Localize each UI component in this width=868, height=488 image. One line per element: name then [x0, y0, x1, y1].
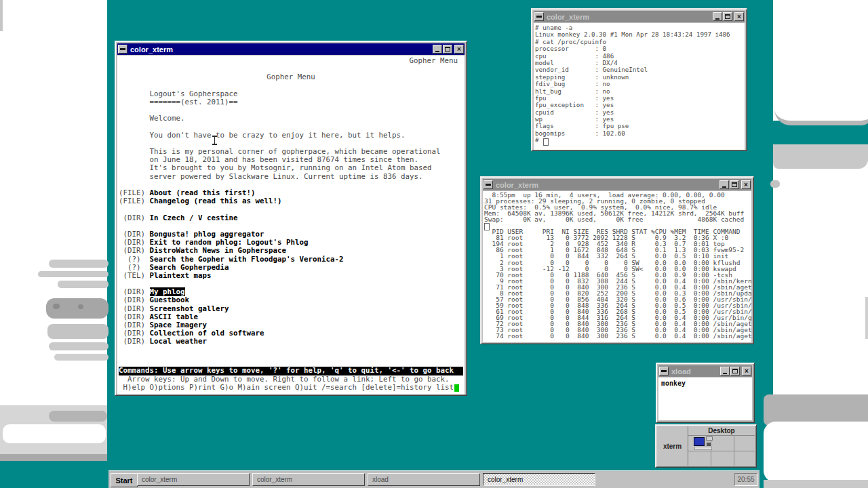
- item-type-label: (DIR): [119, 312, 150, 321]
- cpuinfo-window-titlebar[interactable]: color_xterm ×: [534, 11, 745, 22]
- gopher-text-line: [119, 82, 463, 90]
- taskbar-task-color_xterm-3[interactable]: color_xterm: [483, 473, 595, 486]
- menu-link[interactable]: Local weather: [150, 337, 208, 346]
- terminal-cursor: [484, 223, 490, 230]
- window-menu-button[interactable]: [534, 12, 544, 21]
- start-button[interactable]: Start: [111, 473, 138, 487]
- item-type-label: (DIR): [119, 246, 150, 255]
- window-menu-icon: [536, 16, 542, 18]
- gopher-text-line: =======(est. 2011)==: [119, 98, 463, 106]
- artifact-blob: [0, 0, 3, 31]
- close-button[interactable]: ×: [742, 367, 751, 375]
- gopher-text-line: Welcome.: [119, 115, 463, 123]
- pager-desktop-label: Desktop: [688, 426, 755, 435]
- close-button[interactable]: ×: [454, 45, 464, 54]
- menu-link[interactable]: Plaintext maps: [150, 271, 212, 280]
- pager-mini-window[interactable]: [706, 436, 713, 441]
- terminal-line: #: [535, 137, 743, 144]
- taskbar-task-color_xterm-1[interactable]: color_xterm: [252, 473, 365, 486]
- menu-link[interactable]: Space Imagery: [150, 321, 208, 329]
- lynx-hint-line-2-text: H)elp O)ptions P)rint G)o M)ain screen Q…: [119, 383, 454, 392]
- minimize-button[interactable]: [713, 12, 722, 21]
- menu-link[interactable]: Changelog (read this as well!): [150, 197, 282, 205]
- close-button[interactable]: ×: [741, 180, 751, 189]
- maximize-icon: [445, 47, 450, 52]
- item-type-label: (DIR): [119, 296, 150, 304]
- item-type-label: (FILE): [119, 197, 150, 205]
- minimize-button[interactable]: [719, 180, 729, 189]
- menu-link[interactable]: DistroWatch News in Gopherspace: [150, 246, 287, 255]
- maximize-button[interactable]: [730, 180, 739, 189]
- window-menu-button[interactable]: [659, 367, 669, 375]
- xload-window: xload × monkey: [656, 363, 755, 423]
- gopher-text-line: Gopher Menu: [119, 73, 463, 81]
- artifact-blob: [774, 0, 868, 125]
- gopher-text-line: It's brought to you by Motsognir, runnin…: [119, 164, 463, 172]
- minimize-button[interactable]: [720, 367, 730, 375]
- artifact-blob: [47, 324, 108, 339]
- artifact-blob: [865, 297, 868, 339]
- menu-link[interactable]: Collection of old software: [150, 329, 264, 338]
- maximize-button[interactable]: [730, 367, 740, 375]
- selected-menu-link[interactable]: My phlog: [150, 287, 185, 296]
- item-type-label: (DIR): [119, 337, 150, 346]
- item-type-label: (DIR): [119, 287, 150, 296]
- minimize-icon: [723, 373, 727, 374]
- item-type-label: (DIR): [119, 230, 150, 239]
- gopher-window-titlebar[interactable]: color_xterm ×: [117, 43, 465, 55]
- gopher-terminal-screen[interactable]: Gopher Menu Gopher Menu Logout's Gophers…: [117, 56, 465, 394]
- gopher-text-line: server powered by Slackware Linux. Curre…: [119, 173, 463, 181]
- menu-link[interactable]: In Czech / V cestine: [150, 214, 238, 222]
- close-icon: ×: [457, 46, 461, 53]
- top-window-titlebar[interactable]: color_xterm ×: [483, 179, 751, 190]
- pager-desktop-area[interactable]: Desktop: [688, 426, 755, 466]
- maximize-button[interactable]: [443, 45, 452, 54]
- menu-link[interactable]: About (read this first!): [150, 188, 256, 197]
- menu-link[interactable]: Bongusta! phlog aggregator: [150, 230, 264, 239]
- artifact-blob: [764, 422, 868, 483]
- terminal-cursor: [454, 384, 459, 392]
- gopher-terminal-window: color_xterm × Gopher Menu Gopher Menu Lo…: [115, 41, 467, 396]
- item-type-label: (DIR): [119, 238, 150, 247]
- window-menu-icon: [120, 48, 125, 50]
- top-lines: 8:55pm up 16 min, 4 users, load average:…: [484, 192, 750, 339]
- pager-xterm-label: xterm: [663, 443, 682, 450]
- pager-module-xterm[interactable]: xterm: [657, 426, 688, 466]
- terminal-line: fdiv_bug : no: [535, 81, 743, 87]
- artifact-blob: [49, 411, 107, 422]
- artifact-blob: [58, 281, 108, 288]
- menu-link[interactable]: Search Gopherpedia: [150, 263, 229, 272]
- menu-link[interactable]: Guestbook: [150, 296, 190, 304]
- pager-mini-window-active[interactable]: [694, 437, 705, 446]
- window-menu-button[interactable]: [484, 180, 493, 189]
- artifact-blob: [49, 260, 108, 268]
- xload-window-titlebar[interactable]: xload ×: [658, 365, 752, 377]
- maximize-icon: [732, 369, 738, 373]
- artifact-blob: [54, 354, 108, 361]
- pager-desktop-grid[interactable]: [688, 435, 755, 466]
- menu-link[interactable]: Exit to random phlog: Logout's Phlog: [150, 238, 309, 247]
- item-type-label: (DIR): [119, 329, 150, 338]
- cpuinfo-terminal-screen[interactable]: # uname -aLinux monkey 2.0.30 #1 Mon Apr…: [534, 23, 745, 150]
- minimize-button[interactable]: [433, 45, 442, 54]
- window-menu-button[interactable]: [118, 45, 127, 54]
- window-title: color_xterm: [547, 13, 589, 21]
- menu-link[interactable]: Screenshot gallery: [150, 304, 229, 313]
- gopher-text-line: You don't have to be crazy to enjoy it h…: [119, 131, 463, 140]
- menu-link[interactable]: Search the Gopher with Floodgap's Veroni…: [150, 255, 344, 264]
- gopher-menu-item: (FILE) Changelog (read this as well!): [119, 197, 463, 205]
- gopher-lines: Gopher Menu Gopher Menu Logout's Gophers…: [119, 57, 463, 346]
- pager-mini-window[interactable]: [707, 443, 711, 446]
- taskbar-task-xload-2[interactable]: xload: [368, 473, 480, 486]
- menu-link[interactable]: ASCII table: [150, 312, 199, 321]
- taskbar-task-color_xterm-0[interactable]: color_xterm: [137, 473, 250, 486]
- item-type-label: (DIR): [119, 214, 150, 222]
- artifact-blob: [78, 304, 83, 309]
- top-terminal-screen[interactable]: 8:55pm up 16 min, 4 users, load average:…: [483, 191, 751, 342]
- close-button[interactable]: ×: [734, 12, 744, 21]
- pager-mini-window[interactable]: [694, 447, 712, 450]
- maximize-button[interactable]: [723, 12, 732, 21]
- artifact-blob: [770, 180, 780, 188]
- item-type-label: (TEL): [119, 271, 150, 280]
- minimize-icon: [435, 51, 439, 52]
